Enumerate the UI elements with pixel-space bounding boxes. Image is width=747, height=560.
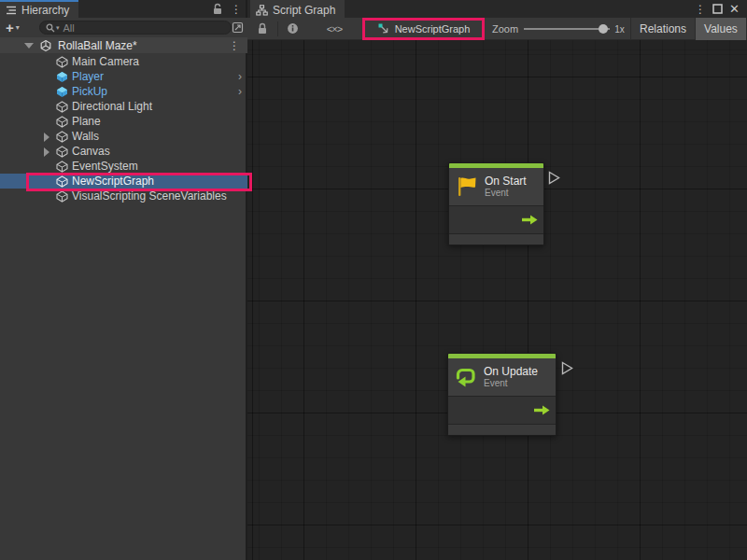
node-footer [449, 234, 543, 245]
plus-icon: + [6, 21, 14, 35]
tree-item-pickup[interactable]: PickUp › [0, 84, 247, 99]
tab-hierarchy-label: Hierarchy [21, 4, 69, 17]
node-title: On Start [485, 175, 527, 188]
close-icon[interactable]: ✕ [729, 2, 740, 16]
zoom-slider-track [524, 28, 610, 30]
flag-icon [455, 175, 479, 198]
breadcrumb[interactable]: NewScriptGraph [365, 18, 482, 40]
tree-item-visualscripting-scenevariables[interactable]: VisualScripting SceneVariables [0, 189, 247, 203]
zoom-value: 1x [614, 24, 625, 35]
graph-toolbar: <×> NewScriptGraph Zoom 1x Relations Val… [247, 18, 747, 40]
scene-picker-icon[interactable] [232, 21, 244, 34]
tree-item-walls[interactable]: Walls [0, 129, 247, 144]
tab-script-graph-label: Script Graph [273, 4, 335, 17]
tree-item-label: EventSystem [72, 160, 138, 173]
scene-menu-icon[interactable]: ⋮ [229, 40, 240, 51]
prefab-cube-icon [56, 71, 68, 83]
tree-item-canvas[interactable]: Canvas [0, 144, 247, 159]
script-graph-panel: Script Graph ⋮ ✕ <×> NewScriptGraph Zoom [247, 0, 747, 560]
hierarchy-panel: Hierarchy ⋮ + ▾ ▾ All RollaBall [0, 0, 247, 560]
gameobject-cube-icon [56, 161, 68, 173]
gameobject-cube-icon [56, 131, 68, 143]
hierarchy-tree: Main Camera Player › PickUp › Directiona… [0, 54, 247, 203]
node-subtitle: Event [484, 378, 538, 389]
values-button[interactable]: Values [695, 18, 746, 40]
gameobject-cube-icon [56, 146, 68, 158]
graph-icon [256, 5, 268, 16]
prefab-open-chevron[interactable]: › [238, 69, 242, 84]
scene-header[interactable]: RollaBall Maze* ⋮ [0, 37, 247, 53]
loop-icon [454, 366, 478, 388]
gameobject-cube-icon [56, 175, 68, 188]
prefab-open-chevron[interactable]: › [238, 84, 242, 99]
blackboard-variables-icon[interactable]: <×> [306, 18, 362, 40]
graph-tab-strip: Script Graph ⋮ ✕ [247, 0, 747, 18]
hierarchy-icon [6, 5, 17, 16]
zoom-label: Zoom [492, 23, 518, 35]
tree-item-label: VisualScripting SceneVariables [72, 189, 227, 203]
tree-item-player[interactable]: Player › [0, 69, 247, 84]
node-on-start[interactable]: On Start Event [448, 162, 544, 245]
port-connector-triangle-icon[interactable] [561, 361, 573, 375]
tree-item-label: Plane [72, 115, 101, 128]
info-icon[interactable] [278, 18, 306, 40]
tree-item-label: Player [72, 70, 104, 83]
unity-logo-icon [40, 40, 51, 51]
tree-item-label: NewScriptGraph [72, 175, 154, 188]
port-connector-triangle-icon[interactable] [548, 171, 560, 185]
script-graph-asset-icon [377, 22, 390, 35]
tab-script-graph[interactable]: Script Graph [250, 0, 345, 18]
tree-item-eventsystem[interactable]: EventSystem [0, 159, 247, 174]
hierarchy-tab-strip: Hierarchy ⋮ [0, 0, 246, 18]
tree-item-label: PickUp [72, 85, 107, 98]
hierarchy-toolbar: + ▾ ▾ All [0, 18, 247, 37]
maximize-icon[interactable] [712, 4, 723, 14]
tree-item-label: Main Camera [72, 55, 139, 68]
search-icon [46, 23, 55, 33]
tree-item-directional-light[interactable]: Directional Light [0, 99, 247, 114]
tree-item-main-camera[interactable]: Main Camera [0, 54, 247, 69]
lock-icon[interactable] [247, 18, 277, 40]
graph-canvas[interactable]: On Start Event [247, 40, 747, 560]
tree-item-label: Canvas [72, 145, 110, 158]
search-caret-icon: ▾ [56, 24, 60, 32]
foldout-closed-icon[interactable] [44, 133, 49, 142]
gameobject-cube-icon [56, 190, 68, 203]
tree-item-plane[interactable]: Plane [0, 114, 247, 129]
add-object-button[interactable]: + ▾ [6, 21, 20, 35]
tab-hierarchy[interactable]: Hierarchy [0, 0, 78, 18]
node-subtitle: Event [485, 188, 527, 199]
graph-view-buttons: Relations Values Dim [630, 18, 747, 40]
prefab-cube-icon [56, 86, 68, 98]
zoom-control: Zoom 1x [492, 18, 625, 40]
control-output-port-icon[interactable] [534, 405, 550, 415]
hierarchy-menu-icon[interactable]: ⋮ [231, 4, 242, 15]
control-output-port-icon[interactable] [522, 215, 538, 225]
search-placeholder: All [63, 22, 75, 34]
search-input[interactable]: ▾ All [39, 21, 232, 35]
window-menu-icon[interactable]: ⋮ [695, 4, 706, 15]
zoom-slider-knob[interactable] [599, 24, 608, 34]
scene-name: RollaBall Maze* [58, 39, 137, 52]
node-on-update[interactable]: On Update Event [447, 353, 557, 436]
tree-item-label: Walls [72, 130, 99, 143]
tree-item-newscriptgraph[interactable]: NewScriptGraph [0, 174, 247, 189]
relations-button[interactable]: Relations [630, 18, 695, 40]
node-title: On Update [484, 365, 538, 378]
gameobject-cube-icon [56, 101, 68, 113]
gameobject-cube-icon [56, 116, 68, 128]
zoom-slider[interactable] [524, 24, 610, 34]
foldout-closed-icon[interactable] [44, 147, 49, 157]
unlock-icon[interactable] [212, 3, 223, 15]
caret-down-icon: ▾ [16, 23, 20, 32]
foldout-open-icon[interactable] [24, 43, 34, 49]
node-footer [448, 425, 556, 435]
breadcrumb-label: NewScriptGraph [395, 23, 471, 35]
tree-item-label: Directional Light [72, 100, 152, 113]
gameobject-cube-icon [56, 56, 68, 68]
